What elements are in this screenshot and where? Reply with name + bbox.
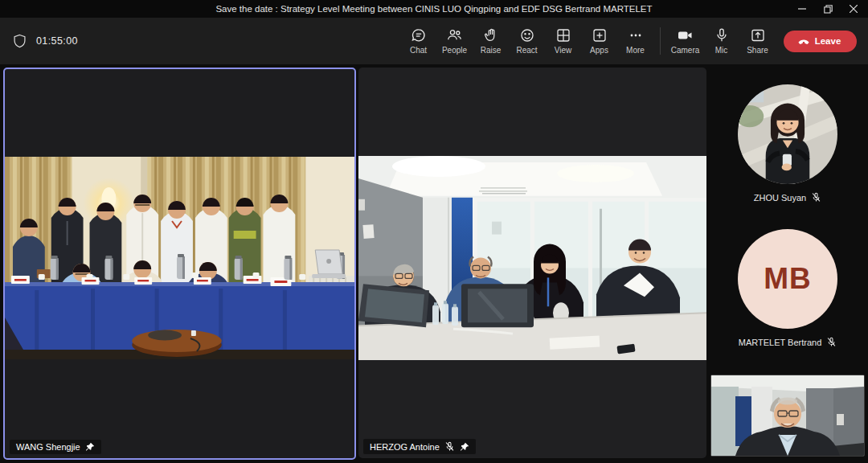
video-tile-herzog-antoine[interactable]: HERZOG Antoine bbox=[358, 68, 706, 458]
react-button[interactable]: React bbox=[509, 22, 545, 60]
window-controls bbox=[789, 0, 866, 18]
participant-label-herzog: HERZOG Antoine bbox=[363, 439, 476, 454]
participant-tile-zhou-suyan[interactable]: ZHOU Suyan bbox=[707, 84, 868, 203]
mic-button[interactable]: Mic bbox=[703, 22, 739, 60]
shield-icon bbox=[13, 34, 27, 49]
pin-icon bbox=[460, 442, 469, 452]
avatar-photo bbox=[738, 84, 837, 184]
mic-off-icon bbox=[826, 337, 837, 347]
participant-name: WANG Shengjie bbox=[16, 442, 80, 452]
participant-label-zhou: ZHOU Suyan bbox=[754, 192, 821, 203]
raise-label: Raise bbox=[481, 46, 502, 55]
raise-hand-button[interactable]: Raise bbox=[473, 22, 509, 60]
hang-up-icon bbox=[797, 35, 810, 47]
mic-label: Mic bbox=[715, 46, 728, 55]
teams-meeting-window: Save the date : Strategy Level Meeting b… bbox=[0, 0, 868, 463]
avatar-zhou-suyan bbox=[738, 84, 837, 184]
titlebar: Save the date : Strategy Level Meeting b… bbox=[0, 0, 868, 18]
people-label: People bbox=[442, 46, 467, 55]
minimize-button[interactable] bbox=[789, 0, 815, 18]
participant-tile-martelet-bertrand[interactable]: MB MARTELET Bertrand bbox=[707, 229, 868, 347]
meeting-room-photo-edf bbox=[358, 156, 706, 360]
toolbar-divider bbox=[660, 27, 661, 55]
people-button[interactable]: People bbox=[436, 22, 473, 60]
microphone-icon bbox=[714, 27, 730, 43]
smiley-icon bbox=[519, 27, 535, 43]
mic-off-icon bbox=[811, 192, 821, 203]
self-view-video bbox=[711, 375, 864, 456]
chat-button[interactable]: Chat bbox=[400, 22, 436, 60]
video-tile-wang-shengjie[interactable]: WANG Shengjie bbox=[3, 68, 356, 460]
meeting-timer: 01:55:00 bbox=[36, 35, 78, 47]
camera-button[interactable]: Camera bbox=[667, 22, 703, 60]
mic-off-icon bbox=[444, 441, 455, 452]
meeting-title: Save the date : Strategy Level Meeting b… bbox=[0, 0, 868, 18]
camera-label: Camera bbox=[671, 46, 700, 55]
participant-label-martelet: MARTELET Bertrand bbox=[739, 337, 837, 347]
restore-button[interactable] bbox=[815, 0, 841, 18]
apps-button[interactable]: Apps bbox=[581, 22, 617, 60]
meeting-toolbar: 01:55:00 Chat bbox=[0, 18, 868, 64]
raised-hand-icon bbox=[483, 27, 499, 43]
camera-icon bbox=[677, 27, 694, 43]
toolbar-actions: Chat People Raise bbox=[400, 22, 653, 60]
participant-label-wang: WANG Shengjie bbox=[10, 440, 101, 454]
chat-bubble-icon bbox=[411, 27, 427, 43]
more-button[interactable]: More bbox=[617, 22, 653, 60]
toolbar-devices: Camera Mic Share bbox=[667, 22, 776, 60]
leave-label: Leave bbox=[815, 36, 841, 46]
video-feed-wang-shengjie bbox=[5, 157, 354, 359]
close-button[interactable] bbox=[841, 0, 866, 18]
share-label: Share bbox=[747, 46, 768, 55]
meeting-stage: WANG Shengjie bbox=[0, 64, 868, 463]
view-label: View bbox=[555, 46, 572, 55]
react-label: React bbox=[516, 46, 537, 55]
avatar-initials-mb: MB bbox=[738, 229, 837, 329]
chat-label: Chat bbox=[410, 46, 427, 55]
more-label: More bbox=[626, 46, 645, 55]
share-button[interactable]: Share bbox=[739, 22, 776, 60]
ellipsis-icon bbox=[628, 27, 644, 43]
people-icon bbox=[446, 27, 463, 43]
video-feed-herzog-antoine bbox=[358, 156, 706, 360]
participant-name: MARTELET Bertrand bbox=[739, 338, 822, 347]
pin-icon bbox=[85, 442, 95, 452]
grid-icon bbox=[555, 27, 571, 43]
plus-square-icon bbox=[592, 27, 608, 43]
meeting-info: 01:55:00 bbox=[0, 34, 78, 49]
leave-button[interactable]: Leave bbox=[784, 31, 857, 52]
self-view-tile[interactable] bbox=[710, 375, 865, 457]
view-button[interactable]: View bbox=[545, 22, 581, 60]
participant-name: HERZOG Antoine bbox=[370, 442, 440, 452]
meeting-room-photo-cn bbox=[5, 157, 354, 359]
apps-label: Apps bbox=[590, 46, 608, 55]
share-up-arrow-icon bbox=[750, 27, 766, 43]
participant-name: ZHOU Suyan bbox=[754, 193, 806, 203]
